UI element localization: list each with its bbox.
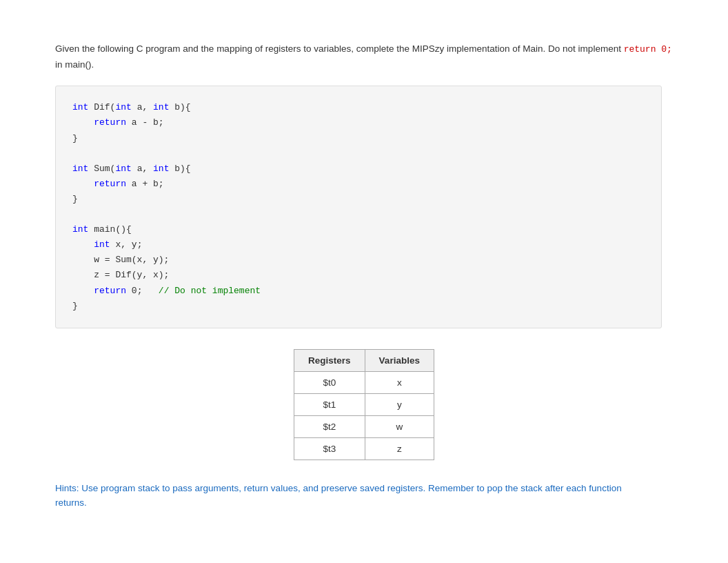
code-text [72, 117, 94, 128]
code-line: } [72, 131, 645, 146]
code-line: int Dif(int a, int b){ [72, 100, 645, 115]
register-cell: $t3 [294, 437, 365, 460]
code-text: z = Dif(y, x); [72, 270, 169, 280]
intro-text-after: in main(). [55, 59, 94, 70]
variable-cell: y [365, 393, 434, 415]
table-row: $t3z [294, 437, 434, 460]
code-line: return a - b; [72, 115, 645, 130]
registers-table: RegistersVariables$t0x$t1y$t2w$t3z [294, 349, 434, 460]
code-text: } [72, 194, 78, 204]
code-text: w = Sum(x, y); [72, 255, 169, 265]
code-text: a, [132, 102, 153, 112]
keyword: int [72, 164, 88, 174]
code-text: Dif( [88, 102, 115, 112]
code-text: a - b; [126, 117, 164, 128]
code-text: Sum( [88, 164, 115, 174]
code-text: } [72, 133, 78, 144]
code-line: z = Dif(y, x); [72, 268, 645, 283]
code-text [72, 286, 94, 296]
hints-paragraph: Hints: Use program stack to pass argumen… [55, 481, 655, 511]
code-line: return 0; // Do not implement [72, 284, 645, 299]
table-row: $t0x [294, 371, 434, 393]
keyword: int [153, 164, 169, 174]
variable-cell: x [365, 371, 434, 393]
code-line: } [72, 299, 645, 314]
intro-paragraph: Given the following C program and the ma… [55, 41, 673, 72]
code-line: int Sum(int a, int b){ [72, 161, 645, 177]
keyword: int [115, 102, 131, 112]
table-row: $t2w [294, 415, 434, 437]
code-text: 0; [126, 286, 159, 296]
comment: // Do not implement [159, 286, 261, 296]
register-cell: $t1 [294, 393, 365, 415]
keyword: return [94, 117, 126, 128]
variable-cell: w [365, 415, 434, 437]
register-cell: $t0 [294, 371, 365, 393]
code-line: w = Sum(x, y); [72, 253, 645, 268]
code-line: int main(){ [72, 222, 645, 237]
keyword: int [94, 239, 110, 250]
table-header: Variables [365, 349, 434, 371]
code-text: main(){ [88, 224, 131, 235]
code-line [72, 207, 645, 222]
code-text: x, y; [110, 239, 143, 250]
code-text: a, [132, 164, 153, 174]
table-row: $t1y [294, 393, 434, 415]
code-text: a + b; [126, 179, 164, 189]
intro-inline-code: return 0; [624, 44, 672, 55]
keyword: int [153, 102, 169, 112]
keyword: return [94, 179, 126, 189]
keyword: int [115, 164, 131, 174]
keyword: return [94, 286, 126, 296]
code-text [72, 179, 94, 189]
keyword: int [72, 102, 88, 112]
table-container: RegistersVariables$t0x$t1y$t2w$t3z [55, 349, 673, 460]
code-text: b){ [169, 102, 190, 112]
code-block: int Dif(int a, int b){ return a - b;} in… [55, 86, 662, 328]
code-line: } [72, 192, 645, 207]
table-header: Registers [294, 349, 365, 371]
variable-cell: z [365, 437, 434, 460]
keyword: int [72, 224, 88, 235]
code-line [72, 146, 645, 161]
code-text: b){ [169, 164, 190, 174]
register-cell: $t2 [294, 415, 365, 437]
code-line: return a + b; [72, 177, 645, 192]
code-line: int x, y; [72, 237, 645, 253]
code-text: } [72, 301, 78, 311]
code-text [72, 239, 94, 250]
intro-text-before: Given the following C program and the ma… [55, 43, 624, 54]
